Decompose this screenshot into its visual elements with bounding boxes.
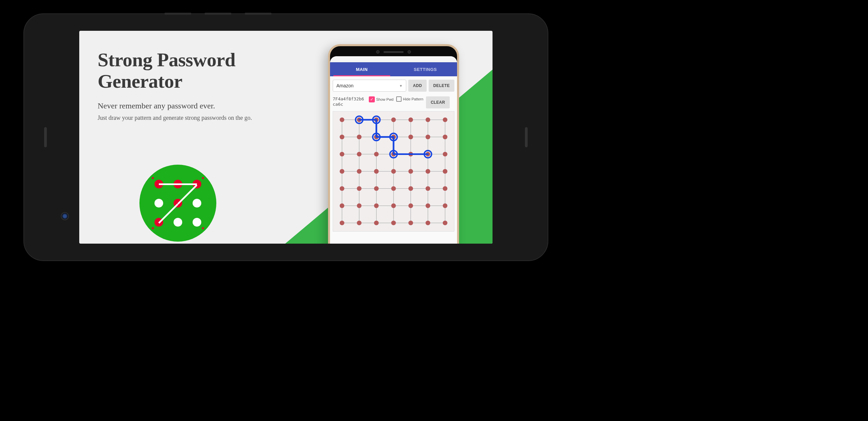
clear-button[interactable]: CLEAR (426, 96, 450, 108)
hero-subtitle: Never remember any password ever. (98, 102, 285, 110)
tab-settings[interactable]: SETTINGS (394, 62, 457, 76)
app-logo-icon (140, 165, 216, 242)
svg-point-40 (426, 169, 430, 174)
svg-point-41 (443, 169, 447, 174)
status-bar (330, 56, 457, 62)
svg-point-18 (408, 117, 413, 122)
svg-point-50 (357, 203, 362, 208)
svg-point-47 (426, 186, 430, 191)
svg-point-39 (408, 169, 413, 174)
checkmark-icon: ✓ (369, 96, 375, 103)
pattern-grid[interactable] (333, 111, 455, 231)
svg-point-46 (408, 186, 413, 191)
tab-main[interactable]: MAIN (330, 62, 394, 76)
svg-point-43 (357, 186, 362, 191)
hero-body: Just draw your pattern and generate stro… (98, 114, 285, 122)
landscape-phone-frame: Strong Password Generator Never remember… (23, 13, 548, 261)
delete-button[interactable]: DELETE (429, 80, 455, 92)
svg-point-62 (443, 221, 447, 225)
show-pwd-checkbox[interactable]: ✓ Show Pwd (369, 96, 394, 103)
add-button[interactable]: ADD (408, 80, 427, 92)
tab-bar: MAIN SETTINGS (330, 62, 457, 76)
svg-point-34 (443, 152, 447, 157)
svg-point-42 (340, 186, 344, 191)
svg-point-29 (357, 152, 362, 157)
svg-point-17 (391, 117, 396, 122)
svg-point-35 (340, 169, 344, 174)
svg-point-59 (391, 221, 396, 225)
svg-point-30 (374, 152, 379, 157)
svg-point-55 (443, 203, 447, 208)
svg-point-57 (357, 221, 362, 225)
svg-point-45 (391, 186, 396, 191)
svg-point-28 (340, 152, 344, 157)
svg-point-21 (340, 135, 344, 139)
unchecked-box-icon (396, 96, 402, 102)
svg-point-44 (374, 186, 379, 191)
chevron-down-icon: ▼ (399, 84, 403, 88)
svg-point-52 (391, 203, 396, 208)
svg-point-20 (443, 117, 447, 122)
svg-point-19 (426, 117, 430, 122)
svg-point-48 (443, 186, 447, 191)
svg-point-58 (374, 221, 379, 225)
svg-point-53 (408, 203, 413, 208)
svg-point-26 (426, 135, 430, 139)
portrait-phone-mock: MAIN SETTINGS Amazon ▼ ADD DELETE 7F4a4f… (328, 44, 459, 244)
app-screen: MAIN SETTINGS Amazon ▼ ADD DELETE 7F4a4f… (330, 56, 457, 244)
svg-point-60 (408, 221, 413, 225)
svg-point-37 (374, 169, 379, 174)
svg-point-25 (408, 135, 413, 139)
svg-point-61 (426, 221, 430, 225)
svg-point-27 (443, 135, 447, 139)
pattern-svg (333, 111, 454, 231)
svg-point-51 (374, 203, 379, 208)
phone-camera-icon (61, 212, 69, 220)
svg-point-38 (391, 169, 396, 174)
svg-point-54 (426, 203, 430, 208)
svg-point-22 (357, 135, 362, 139)
dropdown-selected: Amazon (336, 83, 353, 88)
service-dropdown[interactable]: Amazon ▼ (333, 80, 406, 92)
hero-title: Strong Password Generator (98, 49, 285, 92)
svg-point-49 (340, 203, 344, 208)
hero-text-block: Strong Password Generator Never remember… (98, 49, 285, 122)
svg-point-14 (340, 117, 344, 122)
marketing-screen: Strong Password Generator Never remember… (79, 31, 493, 244)
svg-point-56 (340, 221, 344, 225)
phone-hardware-buttons (164, 13, 272, 15)
svg-point-36 (357, 169, 362, 174)
hide-pattern-checkbox[interactable]: Hide Pattern (396, 96, 423, 102)
generated-password: 7F4a4f8f32b6ca6c (333, 96, 366, 107)
